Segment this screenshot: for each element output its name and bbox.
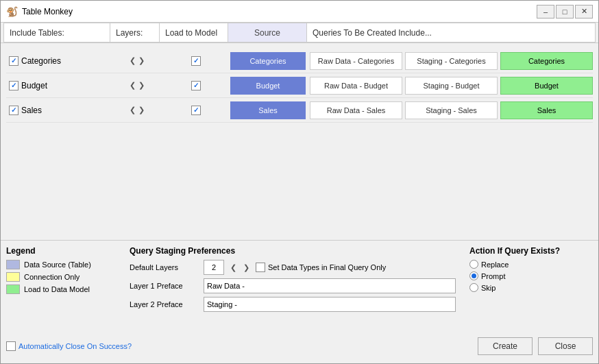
load-label: Load to Model bbox=[165, 28, 217, 38]
create-button[interactable]: Create bbox=[478, 337, 533, 355]
legend-swatch-green bbox=[6, 284, 20, 294]
radio-group: Replace Prompt Skip bbox=[469, 260, 593, 292]
radio-skip-label: Skip bbox=[481, 284, 496, 292]
radio-circle-skip bbox=[469, 283, 478, 292]
bottom-row2: Automatically Close On Success? Create C… bbox=[6, 335, 593, 358]
staging-cell-sales: Staging - Sales bbox=[405, 101, 498, 119]
main-window: 🐒 Table Monkey – □ ✕ Include Tables: Lay… bbox=[0, 0, 599, 364]
layer2-label: Layer 2 Preface bbox=[130, 300, 198, 308]
table-row: Sales ❮ ❯ Sales Raw Data - Sales Staging… bbox=[6, 98, 593, 123]
staging-row-default: Default Layers ❮ ❯ Set Data Types in Fin… bbox=[130, 260, 456, 275]
col-source-categories: Categories bbox=[230, 52, 310, 70]
table-row: Categories ❮ ❯ Categories Raw Data - Cat… bbox=[6, 49, 593, 73]
model-cell-sales: Sales bbox=[500, 101, 593, 119]
source-btn-sales[interactable]: Sales bbox=[230, 101, 306, 119]
row-label-sales: Sales bbox=[21, 106, 42, 115]
close-window-button[interactable]: ✕ bbox=[575, 5, 593, 19]
legend-swatch-blue bbox=[6, 260, 20, 269]
toolbar-layers: Layers: bbox=[110, 23, 159, 43]
toolbar-queries: Queries To Be Created Include... bbox=[307, 23, 596, 43]
radio-prompt[interactable]: Prompt bbox=[469, 271, 593, 280]
main-content: Categories ❮ ❯ Categories Raw Data - Cat… bbox=[1, 43, 598, 363]
source-btn-categories[interactable]: Categories bbox=[230, 52, 306, 70]
table-area: Categories ❮ ❯ Categories Raw Data - Cat… bbox=[1, 43, 598, 240]
col-load-budget bbox=[162, 81, 230, 90]
legend-label-load: Load to Data Model bbox=[24, 285, 90, 293]
include-tables-label: Include Tables: bbox=[10, 28, 64, 38]
legend-item-datasource: Data Source (Table) bbox=[6, 260, 116, 269]
auto-close-checkbox[interactable] bbox=[6, 341, 16, 351]
layer1-label: Layer 1 Preface bbox=[130, 282, 198, 290]
radio-skip[interactable]: Skip bbox=[469, 283, 593, 292]
layer2-input[interactable] bbox=[204, 297, 456, 312]
row-label-categories: Categories bbox=[21, 56, 61, 66]
set-data-types-checkbox[interactable] bbox=[256, 263, 265, 272]
col-load-sales bbox=[162, 106, 230, 115]
legend-item-connection: Connection Only bbox=[6, 272, 116, 282]
source-label: Source bbox=[254, 28, 280, 38]
title-controls: – □ ✕ bbox=[537, 5, 593, 19]
toolbar-include: Include Tables: bbox=[3, 23, 110, 43]
layer-left-btn-sales[interactable]: ❮ bbox=[129, 105, 136, 115]
col-include-sales: Sales bbox=[6, 106, 112, 115]
layer-right-btn-budget[interactable]: ❯ bbox=[138, 80, 145, 90]
col-include-budget: Budget bbox=[6, 81, 112, 90]
set-data-types-label: Set Data Types in Final Query Only bbox=[268, 263, 386, 271]
staging-default-label: Default Layers bbox=[130, 263, 198, 271]
layer1-input[interactable] bbox=[204, 278, 456, 293]
bottom-row1: Legend Data Source (Table) Connection On… bbox=[6, 246, 593, 330]
bottom-panel: Legend Data Source (Table) Connection On… bbox=[1, 240, 598, 363]
col-source-sales: Sales bbox=[230, 101, 310, 119]
layer-left-btn-budget[interactable]: ❮ bbox=[129, 80, 136, 90]
legend-label-datasource: Data Source (Table) bbox=[24, 260, 91, 269]
radio-replace[interactable]: Replace bbox=[469, 260, 593, 269]
maximize-button[interactable]: □ bbox=[556, 5, 574, 19]
row-label-budget: Budget bbox=[21, 81, 47, 90]
auto-close: Automatically Close On Success? bbox=[6, 341, 132, 351]
radio-prompt-label: Prompt bbox=[481, 272, 505, 280]
window-title: Table Monkey bbox=[22, 7, 73, 16]
col-source-budget: Budget bbox=[230, 77, 310, 95]
include-checkbox-categories[interactable] bbox=[9, 56, 19, 66]
app-icon: 🐒 bbox=[6, 6, 18, 17]
set-data-types: Set Data Types in Final Query Only bbox=[256, 263, 386, 272]
col-queries-budget: Raw Data - Budget Staging - Budget Budge… bbox=[310, 77, 593, 95]
title-bar-left: 🐒 Table Monkey bbox=[6, 6, 73, 17]
load-checkbox-sales[interactable] bbox=[191, 106, 201, 115]
layer-left-btn-categories[interactable]: ❮ bbox=[129, 56, 136, 66]
col-layers-categories: ❮ ❯ bbox=[112, 56, 162, 66]
radio-replace-label: Replace bbox=[481, 260, 509, 269]
model-cell-budget: Budget bbox=[500, 77, 593, 95]
legend-item-load: Load to Data Model bbox=[6, 284, 116, 294]
include-checkbox-budget[interactable] bbox=[9, 81, 19, 90]
auto-close-label: Automatically Close On Success? bbox=[19, 342, 132, 350]
close-button[interactable]: Close bbox=[538, 337, 593, 355]
legend-label-connection: Connection Only bbox=[24, 273, 80, 281]
include-checkbox-sales[interactable] bbox=[9, 106, 19, 115]
load-checkbox-budget[interactable] bbox=[191, 81, 201, 90]
layer-right-btn-sales[interactable]: ❯ bbox=[138, 105, 145, 115]
raw-cell-sales: Raw Data - Sales bbox=[310, 101, 402, 119]
staging-layer-right[interactable]: ❯ bbox=[243, 263, 250, 273]
load-checkbox-categories[interactable] bbox=[191, 56, 201, 66]
source-btn-budget[interactable]: Budget bbox=[230, 77, 306, 95]
staging-cell-categories: Staging - Categories bbox=[405, 52, 498, 70]
staging-section: Query Staging Preferences Default Layers… bbox=[130, 246, 456, 330]
staging-row-layer2: Layer 2 Preface bbox=[130, 297, 456, 312]
toolbar-source: Source bbox=[228, 23, 307, 43]
layer-right-btn-categories[interactable]: ❯ bbox=[138, 56, 145, 66]
legend-section: Legend Data Source (Table) Connection On… bbox=[6, 246, 116, 330]
action-title: Action If Query Exists? bbox=[469, 246, 593, 256]
title-bar: 🐒 Table Monkey – □ ✕ bbox=[1, 1, 598, 23]
toolbar: Include Tables: Layers: Load to Model So… bbox=[1, 23, 598, 43]
minimize-button[interactable]: – bbox=[537, 5, 554, 19]
col-layers-sales: ❮ ❯ bbox=[112, 105, 162, 115]
action-section: Action If Query Exists? Replace Prompt bbox=[469, 246, 593, 330]
col-load-categories bbox=[162, 56, 230, 66]
col-layers-budget: ❮ ❯ bbox=[112, 80, 162, 90]
staging-cell-budget: Staging - Budget bbox=[405, 77, 498, 95]
staging-layer-left[interactable]: ❮ bbox=[230, 263, 237, 273]
col-queries-categories: Raw Data - Categories Staging - Categori… bbox=[310, 52, 593, 70]
legend-swatch-yellow bbox=[6, 272, 20, 282]
staging-default-input[interactable] bbox=[204, 260, 224, 275]
